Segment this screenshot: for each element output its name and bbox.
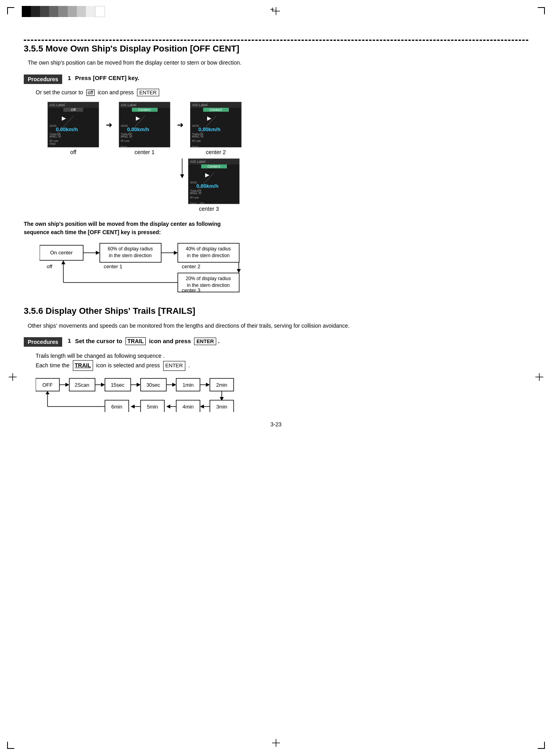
center3-column: AIS Label Center3 ▶ SOG 0.00km/h Trails … <box>178 158 240 212</box>
svg-marker-54 <box>172 383 176 387</box>
corner-mark-tr <box>538 7 545 14</box>
radar-screen-center2: AIS Label Center2 ▶ SOG 0.00km/h Trails … <box>190 102 242 147</box>
section-356-heading: 3.5.6 Display Other Ships' Trails [TRAIL… <box>24 306 528 316</box>
step-356-post: . <box>218 338 219 344</box>
enter-key-356: ENTER <box>194 338 216 345</box>
svg-text:30sec: 30sec <box>147 382 160 388</box>
offcenter-flow-diagram: On center 60% of display radius in the s… <box>40 241 528 294</box>
svg-text:15sec: 15sec <box>111 382 125 388</box>
screen-label-center1: center 1 <box>119 149 170 155</box>
trail-note-line1: Trails length will be changed as followi… <box>36 351 528 360</box>
right-crosshair <box>535 373 543 383</box>
svg-text:5min: 5min <box>147 404 158 410</box>
bottom-crosshair <box>272 739 280 749</box>
radar-screens-area: AIS Label Off ▶ SOG 0.00km/h Trails Off … <box>48 102 528 212</box>
svg-marker-18 <box>96 251 100 255</box>
svg-text:60% of display radius: 60% of display radius <box>108 246 153 252</box>
corner-mark-tl <box>7 7 14 14</box>
procedures-badge-355: Procedures <box>24 74 62 84</box>
svg-marker-50 <box>137 383 141 387</box>
enter-key-trail: ENTER <box>163 361 185 371</box>
or-set-suffix: icon and press <box>98 89 134 95</box>
off-icon-box: off <box>86 90 95 96</box>
corner-mark-br <box>538 742 545 749</box>
grayscale-bar <box>22 6 105 17</box>
arrow-off-to-center1: ➜ <box>99 120 119 130</box>
or-set-line: Or set the cursor to off icon and press … <box>36 89 528 96</box>
page-number: 3-23 <box>24 421 528 428</box>
trail-icon-box: TRAIL <box>126 337 146 345</box>
trail-icon2: TRAIL <box>73 360 93 370</box>
radar-screen-off: AIS Label Off ▶ SOG 0.00km/h Trails Off … <box>48 102 99 147</box>
flow-svg: On center 60% of display radius in the s… <box>40 241 309 293</box>
svg-marker-58 <box>206 383 210 387</box>
svg-text:center 3: center 3 <box>182 287 200 293</box>
svg-text:1min: 1min <box>183 382 194 388</box>
svg-marker-79 <box>46 391 49 394</box>
arrow-center1-to-center2: ➜ <box>170 120 190 130</box>
svg-text:off: off <box>47 263 53 269</box>
step-text-356: Set the cursor to TRAIL icon and press E… <box>75 337 219 345</box>
svg-text:2min: 2min <box>216 382 227 388</box>
screen-label-center3: center 3 <box>199 206 219 212</box>
svg-text:4min: 4min <box>183 404 194 410</box>
radar-screen-center3: AIS Label Center3 ▶ SOG 0.00km/h Trails … <box>188 158 240 204</box>
step-number-355: 1 <box>68 74 71 81</box>
bold-note-355: The own ship's position will be moved fr… <box>24 220 528 237</box>
svg-text:in the stern direction: in the stern direction <box>187 253 230 258</box>
svg-marker-42 <box>65 383 69 387</box>
svg-text:2Scan: 2Scan <box>75 382 89 388</box>
step-number-356: 1 <box>68 337 71 344</box>
svg-marker-66 <box>200 405 204 409</box>
dashed-separator <box>24 40 528 41</box>
svg-text:center 2: center 2 <box>182 263 200 269</box>
screens-top-row: AIS Label Off ▶ SOG 0.00km/h Trails Off … <box>48 102 528 147</box>
step-text-355: Press [OFF CENT] key. <box>75 74 139 81</box>
svg-text:On center: On center <box>50 250 73 256</box>
section-355-heading: 3.5.5 Move Own Ship's Display Position [… <box>24 44 528 54</box>
svg-text:3min: 3min <box>216 404 227 410</box>
or-set-prefix: Or set the cursor to <box>36 89 83 95</box>
svg-marker-13 <box>180 174 184 178</box>
screen-label-center2: center 2 <box>190 149 242 155</box>
section-355-intro: The own ship's position can be moved fro… <box>28 59 528 66</box>
svg-text:OFF: OFF <box>42 382 53 388</box>
screen-label-off: off <box>48 149 99 155</box>
step-356-mid: icon and press <box>149 338 191 344</box>
procedures-row-356: Procedures 1 Set the cursor to TRAIL ico… <box>24 337 528 347</box>
left-crosshair <box>9 373 17 383</box>
center3-arrow-screen: AIS Label Center3 ▶ SOG 0.00km/h Trails … <box>178 158 240 204</box>
enter-key-355: ENTER <box>137 89 159 96</box>
trail-flow-area: OFF 2Scan 15sec 30sec 1min <box>36 376 528 413</box>
svg-marker-70 <box>166 405 170 409</box>
corner-mark-bl <box>7 742 14 749</box>
svg-marker-34 <box>61 260 65 264</box>
svg-text:6min: 6min <box>111 404 122 410</box>
trail-notes: Trails length will be changed as followi… <box>36 351 528 371</box>
screen-labels-row: off center 1 center 2 <box>48 149 528 155</box>
svg-marker-74 <box>131 405 135 409</box>
svg-text:in the stern direction: in the stern direction <box>109 253 152 258</box>
radar-screen-center1: AIS Label Center1 ▶ SOG 0.00km/h Trails … <box>119 102 170 147</box>
svg-text:center 1: center 1 <box>104 263 122 269</box>
svg-text:20% of display radius: 20% of display radius <box>186 276 231 281</box>
svg-marker-23 <box>174 251 178 255</box>
svg-marker-28 <box>237 269 241 273</box>
main-content: 3.5.5 Move Own Ship's Display Position [… <box>24 44 528 431</box>
procedures-badge-356: Procedures <box>24 337 62 347</box>
step-356-pre: Set the cursor to <box>75 338 122 344</box>
top-crosshair <box>272 7 280 15</box>
section-356-intro: Other ships' movements and speeds can be… <box>28 322 528 330</box>
svg-text:40% of display radius: 40% of display radius <box>186 246 231 252</box>
trail-flow-svg: OFF 2Scan 15sec 30sec 1min <box>36 376 337 412</box>
svg-marker-46 <box>101 383 105 387</box>
center3-row: AIS Label Center3 ▶ SOG 0.00km/h Trails … <box>48 158 528 212</box>
procedures-row-355: Procedures 1 Press [OFF CENT] key. <box>24 74 528 84</box>
trail-note-line2: Each time the TRAIL icon is selected and… <box>36 360 528 371</box>
